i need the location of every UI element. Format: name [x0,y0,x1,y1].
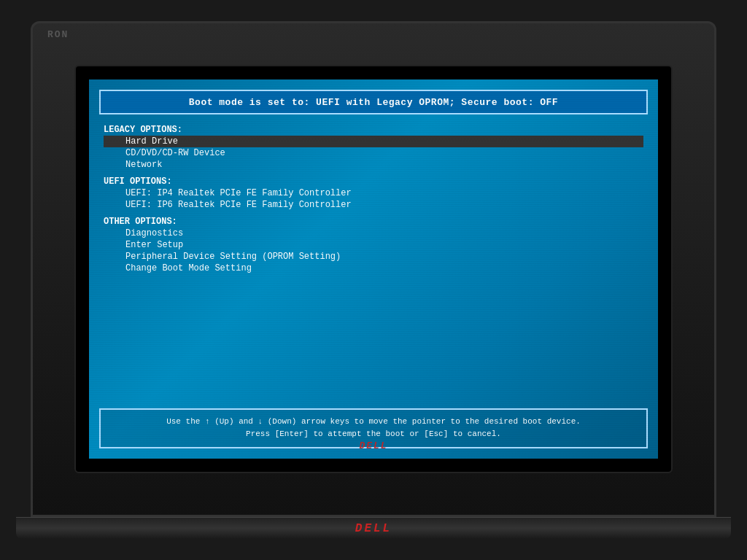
footer-line-2: Press [Enter] to attempt the boot or [Es… [112,428,635,441]
menu-area: LEGACY OPTIONS: Hard Drive CD/DVD/CD-RW … [89,114,658,408]
menu-item-hard-drive[interactable]: Hard Drive [104,136,643,147]
menu-item-diagnostics[interactable]: Diagnostics [104,228,643,239]
section-title-legacy: LEGACY OPTIONS: [104,125,643,135]
section-uefi: UEFI OPTIONS: UEFI: IP4 Realtek PCIe FE … [104,172,643,211]
menu-item-network[interactable]: Network [104,159,643,171]
section-other: OTHER OPTIONS: Diagnostics Enter Setup P… [104,212,643,274]
laptop-base: DELL [16,517,731,539]
bios-screen: Boot mode is set to: UEFI with Legacy OP… [89,79,658,459]
menu-item-uefi-ip6[interactable]: UEFI: IP6 Realtek PCIe FE Family Control… [104,199,643,211]
laptop-brand-label: RON [47,29,69,40]
menu-item-enter-setup[interactable]: Enter Setup [104,239,643,251]
section-title-other: OTHER OPTIONS: [104,217,643,227]
laptop-screen-body: RON Boot mode is set to: UEFI with Legac… [31,21,716,517]
menu-item-uefi-ip4[interactable]: UEFI: IP4 Realtek PCIe FE Family Control… [104,187,643,199]
dell-logo-bottom: DELL [355,522,392,535]
menu-item-cddvd[interactable]: CD/DVD/CD-RW Device [104,147,643,159]
menu-item-peripheral[interactable]: Peripheral Device Setting (OPROM Setting… [104,251,643,262]
section-title-uefi: UEFI OPTIONS: [104,176,643,187]
header-bar: Boot mode is set to: UEFI with Legacy OP… [99,90,648,114]
header-text: Boot mode is set to: UEFI with Legacy OP… [189,97,558,108]
laptop-wrapper: RON Boot mode is set to: UEFI with Legac… [16,21,731,539]
dell-logo-screen: DELL [359,440,387,451]
footer-line-1: Use the ↑ (Up) and ↓ (Down) arrow keys t… [112,416,635,429]
screen-bezel: Boot mode is set to: UEFI with Legacy OP… [74,65,673,473]
menu-item-boot-mode[interactable]: Change Boot Mode Setting [104,262,643,274]
section-legacy: LEGACY OPTIONS: Hard Drive CD/DVD/CD-RW … [104,120,643,171]
